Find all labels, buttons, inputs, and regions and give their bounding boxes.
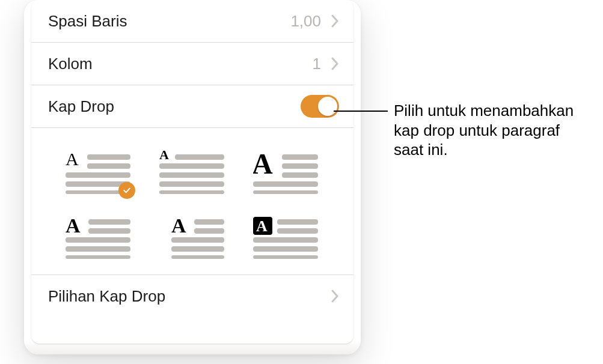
svg-rect-15 [282,172,318,178]
svg-text:A: A [66,214,81,237]
chevron-right-icon [331,290,339,303]
svg-text:A: A [66,149,79,169]
svg-rect-26 [194,228,224,234]
svg-rect-35 [253,246,318,252]
svg-text:A: A [253,148,273,180]
svg-rect-25 [194,219,224,225]
drop-cap-style-6[interactable]: A [253,213,319,259]
svg-rect-27 [171,237,224,243]
drop-cap-style-2[interactable]: A [159,148,225,194]
svg-rect-2 [87,163,130,169]
row-drop-cap-options[interactable]: Pilihan Kap Drop [31,275,354,317]
drop-cap-style-5[interactable]: A [159,213,225,259]
callout-text-line1: Pilih untuk menambahkan [394,101,574,121]
row-columns[interactable]: Kolom 1 [31,43,354,85]
drop-cap-style-1[interactable]: A [66,148,132,194]
svg-rect-19 [88,219,130,225]
svg-rect-9 [159,172,224,178]
toggle-knob [318,97,337,116]
svg-rect-21 [66,237,130,243]
drop-cap-styles-section: A A [31,128,354,275]
row-drop-cap: Kap Drop [31,85,354,128]
svg-rect-11 [159,190,224,194]
svg-rect-29 [171,255,224,259]
svg-rect-1 [87,154,130,160]
svg-rect-13 [282,154,318,160]
svg-rect-34 [253,237,318,243]
callout-text-line2: kap drop untuk paragraf [394,121,574,141]
callout-text: Pilih untuk menambahkan kap drop untuk p… [394,101,574,160]
drop-cap-toggle[interactable] [301,95,339,118]
svg-rect-28 [171,246,224,252]
drop-cap-style-3[interactable]: A [253,148,319,194]
svg-rect-33 [277,228,318,234]
row-columns-label: Kolom [48,55,93,73]
svg-rect-7 [175,154,224,160]
settings-panel: Spasi Baris 1,00 Kolom 1 [31,0,354,344]
svg-text:A: A [159,148,169,162]
svg-rect-17 [253,190,318,194]
row-line-spacing[interactable]: Spasi Baris 1,00 [31,0,354,43]
svg-text:A: A [256,217,268,235]
row-line-spacing-label: Spasi Baris [48,12,127,31]
row-drop-cap-label: Kap Drop [48,97,114,116]
chevron-right-icon [331,14,339,28]
svg-rect-8 [159,163,224,169]
svg-rect-3 [66,172,130,178]
row-line-spacing-value: 1,00 [290,12,321,31]
svg-rect-20 [88,228,130,234]
selected-check-icon [118,182,135,199]
settings-panel-shadow: Spasi Baris 1,00 Kolom 1 [24,0,361,354]
callout-text-line3: saat ini. [394,140,574,160]
chevron-right-icon [331,57,339,70]
svg-rect-14 [282,163,318,169]
svg-rect-36 [253,255,318,259]
svg-rect-32 [277,219,318,225]
svg-rect-22 [66,246,130,252]
row-drop-cap-options-label: Pilihan Kap Drop [48,287,165,306]
svg-rect-23 [66,255,130,259]
svg-rect-16 [253,181,318,187]
drop-cap-style-4[interactable]: A [66,213,132,259]
svg-rect-10 [159,181,224,187]
svg-text:A: A [171,214,186,237]
callout-leader-line [334,111,388,112]
row-columns-value: 1 [313,55,321,73]
